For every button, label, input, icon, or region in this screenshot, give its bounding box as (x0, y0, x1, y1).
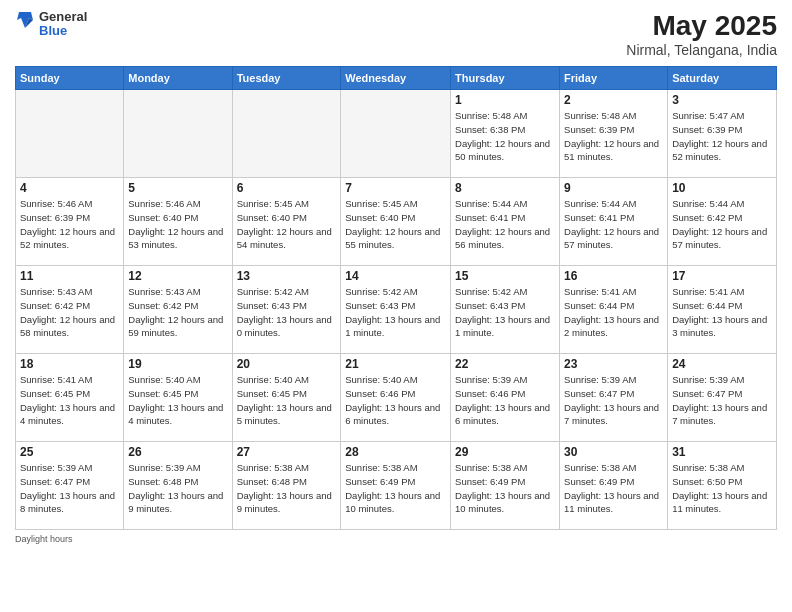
day-number: 19 (128, 357, 227, 371)
day-number: 9 (564, 181, 663, 195)
day-info: Sunrise: 5:40 AM Sunset: 6:45 PM Dayligh… (237, 373, 337, 428)
day-info: Sunrise: 5:42 AM Sunset: 6:43 PM Dayligh… (455, 285, 555, 340)
day-info: Sunrise: 5:41 AM Sunset: 6:45 PM Dayligh… (20, 373, 119, 428)
logo: General Blue (15, 10, 87, 39)
calendar-cell: 25Sunrise: 5:39 AM Sunset: 6:47 PM Dayli… (16, 442, 124, 530)
day-info: Sunrise: 5:42 AM Sunset: 6:43 PM Dayligh… (237, 285, 337, 340)
day-number: 27 (237, 445, 337, 459)
day-info: Sunrise: 5:44 AM Sunset: 6:42 PM Dayligh… (672, 197, 772, 252)
calendar-cell: 1Sunrise: 5:48 AM Sunset: 6:38 PM Daylig… (451, 90, 560, 178)
calendar-cell: 12Sunrise: 5:43 AM Sunset: 6:42 PM Dayli… (124, 266, 232, 354)
day-number: 17 (672, 269, 772, 283)
calendar-cell: 30Sunrise: 5:38 AM Sunset: 6:49 PM Dayli… (560, 442, 668, 530)
calendar-cell (124, 90, 232, 178)
day-info: Sunrise: 5:38 AM Sunset: 6:49 PM Dayligh… (345, 461, 446, 516)
day-info: Sunrise: 5:45 AM Sunset: 6:40 PM Dayligh… (345, 197, 446, 252)
calendar-cell: 13Sunrise: 5:42 AM Sunset: 6:43 PM Dayli… (232, 266, 341, 354)
day-number: 8 (455, 181, 555, 195)
day-info: Sunrise: 5:39 AM Sunset: 6:48 PM Dayligh… (128, 461, 227, 516)
calendar-cell: 4Sunrise: 5:46 AM Sunset: 6:39 PM Daylig… (16, 178, 124, 266)
day-info: Sunrise: 5:46 AM Sunset: 6:39 PM Dayligh… (20, 197, 119, 252)
calendar-cell (16, 90, 124, 178)
day-info: Sunrise: 5:38 AM Sunset: 6:48 PM Dayligh… (237, 461, 337, 516)
calendar-cell: 15Sunrise: 5:42 AM Sunset: 6:43 PM Dayli… (451, 266, 560, 354)
calendar-row-4: 18Sunrise: 5:41 AM Sunset: 6:45 PM Dayli… (16, 354, 777, 442)
day-info: Sunrise: 5:40 AM Sunset: 6:45 PM Dayligh… (128, 373, 227, 428)
day-number: 5 (128, 181, 227, 195)
calendar-cell: 6Sunrise: 5:45 AM Sunset: 6:40 PM Daylig… (232, 178, 341, 266)
day-number: 23 (564, 357, 663, 371)
day-info: Sunrise: 5:47 AM Sunset: 6:39 PM Dayligh… (672, 109, 772, 164)
calendar-cell: 10Sunrise: 5:44 AM Sunset: 6:42 PM Dayli… (668, 178, 777, 266)
day-info: Sunrise: 5:39 AM Sunset: 6:46 PM Dayligh… (455, 373, 555, 428)
day-number: 26 (128, 445, 227, 459)
day-number: 7 (345, 181, 446, 195)
day-number: 22 (455, 357, 555, 371)
day-info: Sunrise: 5:44 AM Sunset: 6:41 PM Dayligh… (455, 197, 555, 252)
day-number: 24 (672, 357, 772, 371)
calendar-cell: 20Sunrise: 5:40 AM Sunset: 6:45 PM Dayli… (232, 354, 341, 442)
day-number: 2 (564, 93, 663, 107)
day-number: 15 (455, 269, 555, 283)
day-info: Sunrise: 5:40 AM Sunset: 6:46 PM Dayligh… (345, 373, 446, 428)
calendar-cell: 23Sunrise: 5:39 AM Sunset: 6:47 PM Dayli… (560, 354, 668, 442)
day-number: 13 (237, 269, 337, 283)
page: General Blue May 2025 Nirmal, Telangana,… (0, 0, 792, 612)
calendar-cell: 22Sunrise: 5:39 AM Sunset: 6:46 PM Dayli… (451, 354, 560, 442)
day-number: 20 (237, 357, 337, 371)
calendar-cell (341, 90, 451, 178)
day-info: Sunrise: 5:43 AM Sunset: 6:42 PM Dayligh… (128, 285, 227, 340)
day-info: Sunrise: 5:48 AM Sunset: 6:39 PM Dayligh… (564, 109, 663, 164)
day-number: 10 (672, 181, 772, 195)
day-info: Sunrise: 5:42 AM Sunset: 6:43 PM Dayligh… (345, 285, 446, 340)
calendar-cell: 17Sunrise: 5:41 AM Sunset: 6:44 PM Dayli… (668, 266, 777, 354)
day-info: Sunrise: 5:41 AM Sunset: 6:44 PM Dayligh… (672, 285, 772, 340)
day-number: 14 (345, 269, 446, 283)
calendar-cell: 3Sunrise: 5:47 AM Sunset: 6:39 PM Daylig… (668, 90, 777, 178)
day-number: 31 (672, 445, 772, 459)
calendar-cell: 28Sunrise: 5:38 AM Sunset: 6:49 PM Dayli… (341, 442, 451, 530)
day-number: 1 (455, 93, 555, 107)
header: General Blue May 2025 Nirmal, Telangana,… (15, 10, 777, 58)
weekday-header-saturday: Saturday (668, 67, 777, 90)
calendar-row-1: 1Sunrise: 5:48 AM Sunset: 6:38 PM Daylig… (16, 90, 777, 178)
calendar-cell: 27Sunrise: 5:38 AM Sunset: 6:48 PM Dayli… (232, 442, 341, 530)
logo-text: General Blue (39, 10, 87, 39)
calendar-cell: 18Sunrise: 5:41 AM Sunset: 6:45 PM Dayli… (16, 354, 124, 442)
day-info: Sunrise: 5:39 AM Sunset: 6:47 PM Dayligh… (672, 373, 772, 428)
day-number: 11 (20, 269, 119, 283)
day-info: Sunrise: 5:43 AM Sunset: 6:42 PM Dayligh… (20, 285, 119, 340)
calendar-row-2: 4Sunrise: 5:46 AM Sunset: 6:39 PM Daylig… (16, 178, 777, 266)
day-number: 29 (455, 445, 555, 459)
logo-blue: Blue (39, 24, 87, 38)
day-info: Sunrise: 5:44 AM Sunset: 6:41 PM Dayligh… (564, 197, 663, 252)
day-number: 12 (128, 269, 227, 283)
day-info: Sunrise: 5:48 AM Sunset: 6:38 PM Dayligh… (455, 109, 555, 164)
day-number: 4 (20, 181, 119, 195)
title-block: May 2025 Nirmal, Telangana, India (626, 10, 777, 58)
weekday-header-friday: Friday (560, 67, 668, 90)
calendar-cell: 2Sunrise: 5:48 AM Sunset: 6:39 PM Daylig… (560, 90, 668, 178)
day-number: 21 (345, 357, 446, 371)
day-info: Sunrise: 5:46 AM Sunset: 6:40 PM Dayligh… (128, 197, 227, 252)
calendar-cell: 5Sunrise: 5:46 AM Sunset: 6:40 PM Daylig… (124, 178, 232, 266)
day-number: 6 (237, 181, 337, 195)
day-info: Sunrise: 5:38 AM Sunset: 6:49 PM Dayligh… (564, 461, 663, 516)
day-info: Sunrise: 5:39 AM Sunset: 6:47 PM Dayligh… (564, 373, 663, 428)
calendar-cell: 8Sunrise: 5:44 AM Sunset: 6:41 PM Daylig… (451, 178, 560, 266)
calendar-cell: 9Sunrise: 5:44 AM Sunset: 6:41 PM Daylig… (560, 178, 668, 266)
logo-general: General (39, 10, 87, 24)
day-number: 18 (20, 357, 119, 371)
weekday-header-tuesday: Tuesday (232, 67, 341, 90)
calendar-cell: 29Sunrise: 5:38 AM Sunset: 6:49 PM Dayli… (451, 442, 560, 530)
calendar-cell (232, 90, 341, 178)
weekday-header-monday: Monday (124, 67, 232, 90)
day-info: Sunrise: 5:38 AM Sunset: 6:50 PM Dayligh… (672, 461, 772, 516)
page-subtitle: Nirmal, Telangana, India (626, 42, 777, 58)
calendar-cell: 21Sunrise: 5:40 AM Sunset: 6:46 PM Dayli… (341, 354, 451, 442)
weekday-header-sunday: Sunday (16, 67, 124, 90)
day-info: Sunrise: 5:45 AM Sunset: 6:40 PM Dayligh… (237, 197, 337, 252)
calendar-cell: 7Sunrise: 5:45 AM Sunset: 6:40 PM Daylig… (341, 178, 451, 266)
calendar-cell: 19Sunrise: 5:40 AM Sunset: 6:45 PM Dayli… (124, 354, 232, 442)
calendar-cell: 26Sunrise: 5:39 AM Sunset: 6:48 PM Dayli… (124, 442, 232, 530)
